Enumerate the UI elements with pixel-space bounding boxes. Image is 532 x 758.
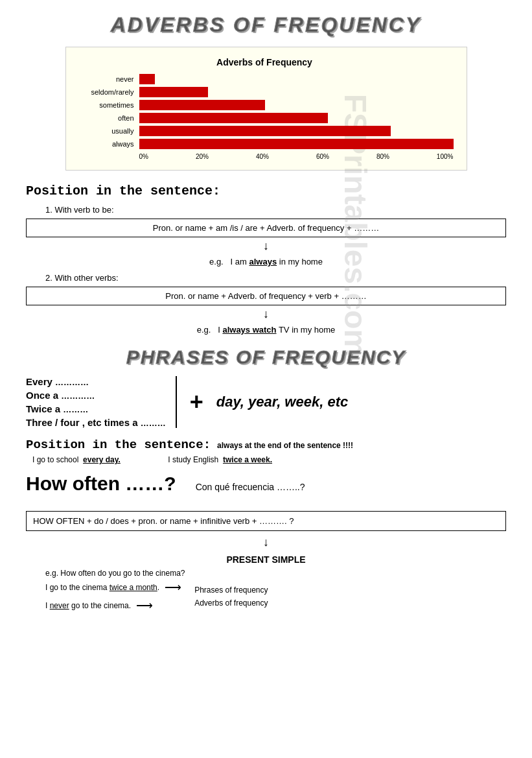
chart-bar-fill bbox=[139, 139, 454, 149]
chart-x-label: 60% bbox=[316, 153, 329, 160]
phrase-dots: ………… bbox=[55, 377, 89, 387]
other-verbs-label: 2. With other verbs: bbox=[45, 273, 506, 283]
chart-bar-fill bbox=[139, 126, 391, 136]
position-header: Position in the sentence: bbox=[26, 184, 506, 198]
chart-x-axis: 0%20%40%60%80%100% bbox=[139, 153, 454, 160]
chart-bar-row: often bbox=[76, 113, 454, 123]
phrase-dots: ……… bbox=[63, 405, 88, 414]
chart-bar-label: often bbox=[76, 114, 134, 122]
chart-bar-fill bbox=[139, 87, 209, 97]
phrase-text: Once a bbox=[26, 390, 58, 401]
eg-english-text: I study English bbox=[168, 455, 218, 464]
position2-line: Position in the sentence: always at the … bbox=[26, 438, 506, 452]
chart-bar-label: always bbox=[76, 140, 134, 148]
chart-bar-row: seldom/rarely bbox=[76, 87, 454, 97]
phrases-plus: + bbox=[190, 388, 203, 416]
chart-bar-area bbox=[139, 87, 454, 97]
phrase-text: Three / four , etc times a bbox=[26, 417, 138, 428]
chart-bar-row: never bbox=[76, 74, 454, 84]
position2-title: Position in the sentence: bbox=[26, 438, 211, 452]
phrase-text: Twice a bbox=[26, 403, 60, 414]
phrase-item: Once a ………… bbox=[26, 390, 166, 401]
phrase-text: Every bbox=[26, 376, 52, 387]
eg-school-text: I go to school bbox=[32, 455, 78, 464]
formula1-box: Pron. or name + am /is / are + Adverb. o… bbox=[26, 219, 506, 237]
arrows-left: I go to the cinema twice a month. ⟶ I ne… bbox=[45, 580, 181, 613]
phrases-right: day, year, week, etc bbox=[216, 394, 348, 410]
chart-x-label: 100% bbox=[437, 153, 454, 160]
example1-bold: always bbox=[249, 257, 277, 266]
formula2-box: Pron. or name + Adverb. of frequency + v… bbox=[26, 287, 506, 305]
adverbs-freq-label: Adverbs of frequency bbox=[194, 598, 268, 608]
chart-bar-area bbox=[139, 113, 454, 123]
how-often-row: How often ……? Con qué frecuencia ……..? bbox=[26, 468, 506, 498]
main-title: ADVERBS OF FREQUENCY bbox=[26, 13, 506, 37]
chart-bar-area bbox=[139, 139, 454, 149]
chart-bar-area bbox=[139, 74, 454, 84]
chart-bar-area bbox=[139, 100, 454, 110]
example2-line: e.g. I always watch TV in my home bbox=[26, 325, 506, 335]
eg-english-bold: twice a week. bbox=[223, 455, 272, 464]
chart-x-label: 20% bbox=[196, 153, 209, 160]
phrases-freq-label: Phrases of frequency bbox=[194, 586, 268, 595]
phrases-title: PHRASES OF FREQUENCY bbox=[26, 346, 506, 368]
eg-never-line: I never go to the cinema. ⟶ bbox=[45, 598, 181, 613]
eg-twice-month-line: I go to the cinema twice a month. ⟶ bbox=[45, 580, 181, 595]
chart-bar-fill bbox=[139, 74, 155, 84]
chart-bar-row: usually bbox=[76, 126, 454, 136]
chart-bar-row: always bbox=[76, 139, 454, 149]
arrows-labels: Phrases of frequency Adverbs of frequenc… bbox=[194, 580, 268, 613]
chart-bar-label: seldom/rarely bbox=[76, 88, 134, 96]
eg-school-bold: every day. bbox=[83, 455, 121, 464]
twice-month-underline: twice a month bbox=[110, 583, 157, 592]
arrow-right-1: ⟶ bbox=[165, 580, 181, 595]
arrow-down-1: ↓ bbox=[26, 240, 506, 253]
position2-note: always at the end of the sentence !!!! bbox=[217, 441, 353, 450]
phrases-layout: Every …………Once a …………Twice a ………Three / … bbox=[26, 376, 506, 428]
eg-never-text: I never go to the cinema. bbox=[45, 601, 131, 610]
chart-bar-fill bbox=[139, 100, 265, 110]
phrase-item: Every ………… bbox=[26, 376, 166, 387]
chart-bar-row: sometimes bbox=[76, 100, 454, 110]
chart-body: neverseldom/rarelysometimesoftenusuallya… bbox=[76, 74, 454, 149]
phrase-item: Three / four , etc times a ……… bbox=[26, 417, 166, 428]
never-underline: never bbox=[50, 601, 69, 610]
eg-cinema-line: e.g. How often do you go to the cinema? bbox=[45, 569, 506, 578]
chart-container: Adverbs of Frequency neverseldom/rarelys… bbox=[65, 47, 467, 171]
chart-bar-label: usually bbox=[76, 127, 134, 135]
chart-bar-fill bbox=[139, 113, 328, 123]
chart-bar-label: never bbox=[76, 75, 134, 83]
chart-bar-label: sometimes bbox=[76, 101, 134, 109]
how-often-spanish: Con qué frecuencia ……..? bbox=[196, 482, 305, 492]
chart-x-label: 40% bbox=[256, 153, 269, 160]
phrases-left: Every …………Once a …………Twice a ………Three / … bbox=[26, 376, 177, 428]
eg-school-line: I go to school every day. I study Englis… bbox=[32, 455, 506, 464]
formula3-box: HOW OFTEN + do / does + pron. or name + … bbox=[26, 511, 506, 531]
phrase-item: Twice a ……… bbox=[26, 403, 166, 414]
arrow-right-2: ⟶ bbox=[136, 598, 153, 613]
example1-line: e.g. I am always in my home bbox=[26, 257, 506, 266]
phrase-dots: ……… bbox=[141, 418, 166, 428]
eg-block: e.g. How often do you go to the cinema? … bbox=[45, 569, 506, 613]
arrow-down-3: ↓ bbox=[26, 536, 506, 549]
phrase-dots: ………… bbox=[61, 391, 95, 401]
example2-bold: always watch bbox=[222, 325, 276, 335]
chart-x-label: 0% bbox=[139, 153, 148, 160]
arrow-down-2: ↓ bbox=[26, 308, 506, 321]
chart-bar-area bbox=[139, 126, 454, 136]
chart-title: Adverbs of Frequency bbox=[76, 57, 454, 67]
eg-twice-month-text: I go to the cinema twice a month. bbox=[45, 583, 159, 592]
verb-to-be-label: 1. With verb to be: bbox=[45, 205, 506, 215]
arrows-layout: I go to the cinema twice a month. ⟶ I ne… bbox=[45, 580, 506, 613]
how-often-text: How often ……? bbox=[26, 473, 176, 495]
present-simple-title: PRESENT SIMPLE bbox=[26, 554, 506, 565]
chart-x-label: 80% bbox=[376, 153, 389, 160]
